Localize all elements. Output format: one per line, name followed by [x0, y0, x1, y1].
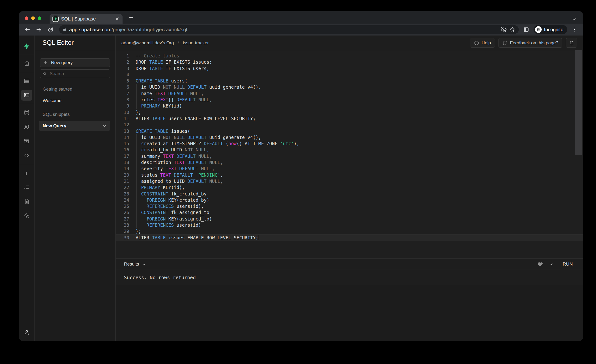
- code-line[interactable]: 20 status TEXT DEFAULT 'PENDING',: [116, 172, 583, 178]
- code-line[interactable]: 30ALTER TABLE issues ENABLE ROW LEVEL SE…: [116, 235, 583, 241]
- code-line[interactable]: 18 description TEXT DEFAULT NULL,: [116, 159, 583, 165]
- supabase-favicon-icon: [52, 16, 59, 22]
- code-line[interactable]: 22 PRIMARY KEY(id),: [116, 184, 583, 190]
- section-getting-started: Getting started: [43, 87, 110, 92]
- run-options-chevron-icon[interactable]: [549, 262, 553, 266]
- database-icon[interactable]: [21, 107, 32, 118]
- bookmark-star-icon[interactable]: [509, 26, 515, 33]
- breadcrumb-org[interactable]: adam@windmill.dev's Org: [121, 40, 174, 45]
- tab-search-chevron-icon[interactable]: [572, 17, 576, 21]
- desktop-background: SQL | Supabase: [0, 0, 596, 364]
- lock-icon: [62, 27, 67, 32]
- table-editor-icon[interactable]: [21, 75, 32, 86]
- notifications-button[interactable]: [566, 38, 577, 48]
- line-number: 19: [116, 165, 129, 172]
- side-panel-icon[interactable]: [522, 25, 530, 34]
- logs-icon[interactable]: [21, 182, 32, 193]
- code-line[interactable]: 24 FOREIGN KEY(created_by): [116, 197, 583, 203]
- sql-editor-icon[interactable]: [21, 90, 32, 101]
- account-icon[interactable]: [21, 327, 32, 338]
- code-line[interactable]: 15 created_at TIMESTAMPTZ DEFAULT (now()…: [116, 141, 583, 147]
- chevron-down-icon: [142, 262, 146, 266]
- line-number: 6: [116, 84, 129, 90]
- back-button[interactable]: [23, 25, 31, 34]
- run-button[interactable]: RUN: [559, 260, 576, 269]
- code-line[interactable]: 12: [116, 122, 583, 128]
- chevron-down-icon: [103, 124, 106, 128]
- sidebar-item-new-query[interactable]: New Query: [39, 121, 110, 131]
- code-line[interactable]: 1-- Create tables: [116, 53, 583, 59]
- search-input[interactable]: [50, 71, 107, 76]
- minimize-window-button[interactable]: [31, 16, 35, 20]
- code-line[interactable]: 17 summary TEXT DEFAULT NULL,: [116, 153, 583, 159]
- project-header: adam@windmill.dev's Org / issue-tracker …: [116, 36, 583, 50]
- code-line[interactable]: 23 CONSTRAINT fk_created_by: [116, 191, 583, 197]
- eye-off-icon[interactable]: [501, 26, 507, 33]
- code-line[interactable]: 9 PRIMARY KEY(id): [116, 103, 583, 109]
- code-line[interactable]: 4: [116, 72, 583, 78]
- forward-button[interactable]: [35, 25, 43, 34]
- storage-icon[interactable]: [21, 136, 32, 147]
- breadcrumb: adam@windmill.dev's Org / issue-tracker: [121, 40, 209, 45]
- snippet-search[interactable]: [40, 69, 110, 78]
- help-button[interactable]: Help: [470, 38, 495, 48]
- line-number: 1: [116, 53, 129, 59]
- line-number: 18: [116, 159, 129, 165]
- panel-header: SQL Editor: [35, 36, 115, 50]
- code-line[interactable]: 5CREATE TABLE users(: [116, 78, 583, 84]
- close-window-button[interactable]: [25, 16, 28, 20]
- settings-icon[interactable]: [21, 210, 32, 221]
- reload-button[interactable]: [46, 25, 54, 34]
- code-line[interactable]: 27 FOREIGN KEY(assigned_to): [116, 216, 583, 222]
- code-line[interactable]: 26 CONSTRAINT fk_assigned_to: [116, 209, 583, 215]
- supabase-logo[interactable]: [21, 41, 32, 52]
- docs-icon[interactable]: [21, 196, 32, 207]
- browser-tab[interactable]: SQL | Supabase: [50, 14, 123, 24]
- browser-menu-icon[interactable]: [571, 25, 579, 34]
- code-line[interactable]: 3DROP TABLE IF EXISTS users;: [116, 65, 583, 72]
- query-result-message: Success. No rows returned: [116, 270, 583, 285]
- line-number: 9: [116, 103, 129, 109]
- code-line[interactable]: 6 id UUID NOT NULL DEFAULT uuid_generate…: [116, 84, 583, 90]
- editor-scrollbar[interactable]: [575, 50, 582, 155]
- rail-divider: [19, 104, 35, 104]
- code-line[interactable]: 13CREATE TABLE issues(: [116, 128, 583, 134]
- code-line[interactable]: 19 severity TEXT DEFAULT NULL,: [116, 165, 583, 172]
- tab-title: SQL | Supabase: [61, 16, 112, 22]
- home-icon[interactable]: [21, 58, 32, 69]
- new-query-button[interactable]: New query: [40, 58, 110, 67]
- line-number: 12: [116, 122, 129, 128]
- code-line[interactable]: 7 name TEXT DEFAULT NULL,: [116, 90, 583, 97]
- code-line[interactable]: 2DROP TABLE IF EXISTS issues;: [116, 59, 583, 65]
- sql-code-editor[interactable]: 1-- Create tables2DROP TABLE IF EXISTS i…: [116, 50, 583, 258]
- authentication-icon[interactable]: [21, 121, 32, 132]
- nav-rail: [19, 36, 35, 341]
- window-controls: [25, 16, 41, 20]
- maximize-window-button[interactable]: [38, 16, 41, 20]
- address-bar[interactable]: app.supabase.com/project/azahtnhqohyjerz…: [59, 25, 519, 34]
- results-dropdown[interactable]: Results: [124, 261, 146, 267]
- reports-icon[interactable]: [21, 167, 32, 178]
- code-line[interactable]: 25 REFERENCES users(id),: [116, 203, 583, 209]
- sidebar-item-welcome[interactable]: Welcome: [43, 98, 110, 103]
- breadcrumb-separator: /: [178, 40, 179, 45]
- code-line[interactable]: 8 roles TEXT[] DEFAULT NULL,: [116, 97, 583, 103]
- code-line[interactable]: 14 id UUID NOT NULL DEFAULT uuid_generat…: [116, 134, 583, 141]
- api-icon[interactable]: [21, 150, 32, 161]
- code-line[interactable]: 28 REFERENCES users(id): [116, 222, 583, 228]
- feedback-button[interactable]: Feedback on this page?: [498, 38, 562, 48]
- code-line[interactable]: 29);: [116, 228, 583, 234]
- new-tab-button[interactable]: [127, 13, 135, 22]
- code-line[interactable]: 10);: [116, 109, 583, 115]
- line-number: 30: [116, 235, 129, 241]
- favorite-heart-icon[interactable]: [537, 261, 543, 267]
- panel-title: SQL Editor: [42, 39, 74, 46]
- tab-close-icon[interactable]: [114, 16, 120, 22]
- url-text: app.supabase.com/project/azahtnhqohyjerz…: [69, 27, 498, 32]
- code-line[interactable]: 11ALTER TABLE users ENABLE ROW LEVEL SEC…: [116, 115, 583, 122]
- line-number: 8: [116, 97, 129, 103]
- code-line[interactable]: 16 created_by UUID NOT NULL,: [116, 147, 583, 153]
- code-line[interactable]: 21 assigned_to UUID DEFAULT NULL,: [116, 178, 583, 184]
- browser-window: SQL | Supabase: [19, 11, 583, 341]
- breadcrumb-project[interactable]: issue-tracker: [183, 40, 209, 45]
